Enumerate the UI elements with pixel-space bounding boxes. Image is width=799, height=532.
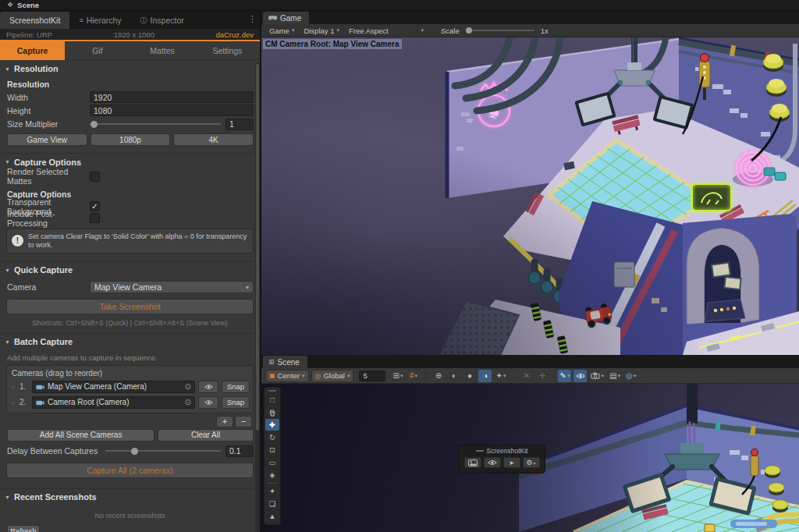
camera-dropdown[interactable]: Map View Camera ▾	[90, 281, 254, 293]
skybox-toggle[interactable]: ●	[463, 370, 476, 382]
orientation-dropdown[interactable]: ◎ Global ▾	[311, 370, 354, 382]
preset-game-view-button[interactable]: Game View	[7, 133, 87, 146]
fog-toggle[interactable]: ◑	[478, 370, 492, 382]
tab-inspector[interactable]: ⓘ Inspector	[131, 12, 194, 29]
take-screenshot-button[interactable]: Take Screenshot	[6, 299, 254, 314]
snap-button[interactable]: Snap	[222, 396, 250, 409]
effects-dropdown[interactable]: ✦ ▾	[494, 370, 507, 382]
section-quick-capture[interactable]: ▼ Quick Capture	[0, 261, 260, 278]
camera-list-row[interactable]: = 2. Camera Root (Camera) ⊙ Snap	[10, 395, 250, 410]
view-tool-button[interactable]: □	[265, 394, 279, 406]
game-viewport[interactable]: ♠ ♠	[261, 37, 799, 355]
scale-slider[interactable]	[466, 30, 534, 31]
post-processing-checkbox[interactable]	[90, 213, 100, 223]
rotate-tool-icon: ↻	[269, 433, 275, 442]
screenshotkit-overlay[interactable]: ScreenshotKit ➤ ⚙	[458, 445, 545, 473]
add-all-cameras-button[interactable]: Add All Scene Cameras	[7, 429, 154, 442]
layers-dropdown[interactable]: ▤ ▾	[608, 370, 622, 382]
transparent-bg-checkbox[interactable]: ✓	[90, 201, 100, 211]
camera-list-row[interactable]: = 1. Map View Camera (Camera) ⊙ Snap	[10, 380, 250, 394]
gizmos-dropdown[interactable]: ◎ ▾	[624, 370, 637, 382]
credit-link[interactable]: daCruz.dev	[215, 30, 254, 39]
refresh-button[interactable]: Refresh	[7, 525, 40, 532]
size-multiplier-slider[interactable]	[90, 119, 221, 130]
capture-all-button[interactable]: Capture All (2 cameras)	[6, 463, 254, 478]
display-dropdown[interactable]: Display 1 ▾	[300, 25, 343, 37]
remove-camera-button[interactable]: −	[235, 416, 252, 427]
overlay-header[interactable]: ScreenshotKit	[462, 447, 542, 455]
tab-screenshotkit[interactable]: ScreenshotKit	[0, 12, 69, 29]
height-label: Height	[7, 106, 90, 115]
height-field[interactable]: 1080	[90, 105, 254, 116]
visibility-toggle[interactable]	[574, 370, 587, 382]
terrain-tool-button[interactable]: ▲	[265, 510, 279, 522]
slider-thumb[interactable]	[91, 121, 98, 128]
tools-overlay: □ ✚ ↻ ⊡ ▭ ◈ ✦ ❏ ▲	[264, 387, 281, 525]
increment-snap-dropdown[interactable]: # ▾	[407, 370, 420, 382]
tab-settings[interactable]: Settings	[195, 41, 260, 60]
editor-tool-button[interactable]: ❏	[265, 498, 279, 509]
section-recent-screenshots[interactable]: ▼ Recent Screenshots	[0, 488, 260, 505]
grid-snap-dropdown[interactable]: ⊞ ▾	[391, 370, 404, 382]
aspect-dropdown[interactable]: Free Aspect ▾	[346, 25, 427, 37]
overlay-drag-handle[interactable]	[268, 390, 276, 392]
object-picker-icon[interactable]: ⊙	[185, 398, 191, 406]
tab-gif[interactable]: Gif	[65, 41, 130, 60]
scale-thumb[interactable]	[466, 27, 472, 34]
size-multiplier-field[interactable]: 1	[225, 119, 254, 130]
rect-tool-button[interactable]: ▭	[265, 456, 279, 468]
tab-mattes[interactable]: Mattes	[130, 41, 195, 60]
add-camera-button[interactable]: +	[216, 416, 233, 427]
scale-tool-button[interactable]: ⊡	[265, 444, 279, 456]
delay-slider[interactable]	[105, 445, 221, 457]
object-picker-icon[interactable]: ⊙	[185, 382, 191, 391]
tab-game[interactable]: Game	[263, 12, 309, 24]
pivot-dropdown[interactable]: ▣ Center ▾	[265, 370, 309, 382]
tab-capture[interactable]: Capture	[0, 41, 65, 60]
camera-object-field[interactable]: Map View Camera (Camera) ⊙	[32, 381, 195, 393]
slider-thumb[interactable]	[131, 448, 138, 455]
snap-disabled-button[interactable]: ✕	[520, 370, 533, 382]
paint-tool-dropdown[interactable]: ✎ ▾	[558, 370, 571, 382]
preview-eye-button[interactable]	[198, 381, 218, 393]
section-resolution[interactable]: ▼ Resolution	[0, 60, 260, 77]
preset-4k-button[interactable]: 4K	[173, 133, 254, 146]
rotate-tool-button[interactable]: ↻	[265, 431, 279, 443]
overlay-settings-button[interactable]: ⚙ ▾	[523, 457, 540, 468]
scene-audio-toggle[interactable]: ◐	[447, 370, 460, 382]
camera-settings-dropdown[interactable]: ▾	[589, 370, 605, 382]
camera-list-header: Cameras (drag to reorder)	[10, 368, 250, 380]
chevron-down-icon: ▾	[302, 373, 305, 379]
overlay-preview-button[interactable]	[484, 457, 501, 468]
game-mode-dropdown[interactable]: Game ▾	[266, 25, 297, 37]
move-tool-button[interactable]: ✚	[265, 419, 279, 431]
drag-handle-icon[interactable]: =	[10, 383, 16, 391]
width-field[interactable]: 1920	[90, 91, 254, 103]
scrollbar-thumb[interactable]	[256, 64, 259, 431]
overlay-capture-button[interactable]	[464, 457, 481, 468]
hand-tool-button[interactable]	[265, 406, 279, 418]
tab-scene[interactable]: ⊞ Scene	[263, 356, 307, 368]
batch-description: Add multiple cameras to capture in seque…	[0, 350, 260, 364]
delay-field[interactable]: 0.1	[225, 445, 254, 457]
drag-handle-icon[interactable]: =	[10, 399, 16, 406]
scene-lighting-toggle[interactable]: ⊕	[431, 370, 445, 382]
camera-object-field[interactable]: Camera Root (Camera) ⊙	[32, 396, 195, 409]
clear-all-button[interactable]: Clear All	[158, 429, 254, 442]
transform-tool-button[interactable]: ◈	[265, 469, 279, 481]
foldout-icon: ▼	[5, 339, 10, 345]
custom-tool-button[interactable]: ✦	[265, 485, 279, 497]
tab-hierarchy[interactable]: ≡ Hierarchy	[69, 12, 130, 29]
pivot-snap-disabled-button[interactable]: ✛	[535, 370, 549, 382]
scene-viewport[interactable]: □ ✚ ↻ ⊡ ▭ ◈ ✦ ❏ ▲	[261, 384, 799, 532]
render-mattes-checkbox[interactable]	[90, 172, 100, 182]
snap-button[interactable]: Snap	[222, 381, 250, 393]
panel-menu-icon[interactable]: ⋮	[248, 14, 257, 24]
overlay-snap-button[interactable]: ➤	[503, 457, 520, 468]
section-batch-capture[interactable]: ▼ Batch Capture	[0, 333, 260, 350]
skybox-icon: ●	[467, 371, 472, 380]
overlay-handle[interactable]	[476, 450, 484, 452]
grid-size-field[interactable]: 5	[359, 371, 385, 381]
preset-1080p-button[interactable]: 1080p	[91, 133, 171, 146]
preview-eye-button[interactable]	[198, 396, 218, 409]
